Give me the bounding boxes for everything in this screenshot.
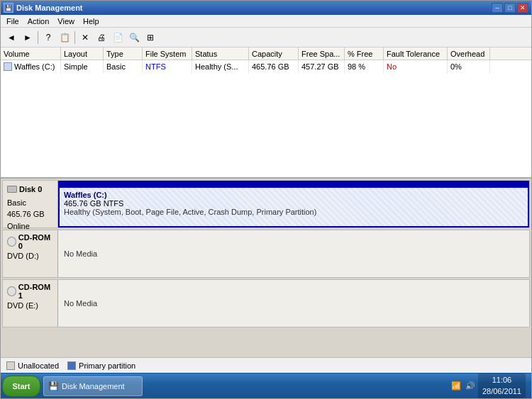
cdrom-0-label: CD-ROM 0 DVD (D:)	[3, 230, 58, 277]
table-row[interactable]: Waffles (C:) Simple Basic NTFS Healthy (…	[1, 60, 531, 73]
cdrom-0-content: No Media	[58, 230, 529, 277]
td-volume: Waffles (C:)	[1, 60, 61, 73]
cdrom-1-label: CD-ROM 1 DVD (E:)	[3, 280, 58, 327]
title-bar-left: 💾 Disk Management	[4, 3, 83, 13]
export-button[interactable]: 📄	[110, 30, 126, 45]
td-pctfree: 98 %	[345, 60, 384, 73]
menu-view[interactable]: View	[53, 16, 79, 26]
legend-unallocated: Unallocated	[6, 361, 59, 370]
td-status: Healthy (S...	[192, 60, 249, 73]
refresh-button[interactable]: 🖨	[94, 30, 109, 45]
forward-button[interactable]: ►	[20, 30, 35, 45]
main-content: Volume Layout Type File System Status Ca…	[1, 47, 531, 373]
toolbar-separator-1	[38, 31, 38, 44]
disk-0-row: Disk 0 Basic 465.76 GB Online Waffles (C…	[2, 180, 530, 228]
disk-0-label: Disk 0 Basic 465.76 GB Online	[3, 181, 58, 227]
menu-file[interactable]: File	[2, 16, 23, 26]
th-pctfree[interactable]: % Free	[345, 47, 384, 60]
legend-unallocated-box	[6, 361, 15, 370]
cdrom-0-row: CD-ROM 0 DVD (D:) No Media	[2, 230, 530, 278]
td-capacity: 465.76 GB	[249, 60, 299, 73]
properties-button[interactable]: 📋	[57, 30, 72, 45]
minimize-button[interactable]: –	[492, 3, 503, 13]
th-status[interactable]: Status	[192, 47, 249, 60]
title-bar: 💾 Disk Management – □ ✕	[1, 1, 531, 15]
network-icon: 📶	[450, 381, 462, 391]
volume-icon: 🔊	[464, 381, 477, 391]
legend-primary-box	[67, 361, 76, 370]
th-overhead[interactable]: Overhead	[448, 47, 490, 60]
taskbar: Start 💾 Disk Management 📶 🔊 11:06 28/06/…	[1, 373, 531, 398]
menu-bar: File Action View Help	[1, 15, 531, 28]
zoom-in-button[interactable]: 🔍	[126, 30, 142, 45]
help-toolbar-button[interactable]: ?	[40, 30, 56, 45]
cdrom1-icon	[7, 286, 16, 296]
td-overhead: 0%	[448, 60, 490, 73]
td-filesystem: NTFS	[143, 60, 192, 73]
menu-action[interactable]: Action	[23, 16, 54, 26]
th-capacity[interactable]: Capacity	[249, 47, 299, 60]
td-layout: Simple	[61, 60, 104, 73]
taskbar-items: 💾 Disk Management	[43, 376, 445, 396]
clock-time: 11:06	[482, 375, 521, 386]
disk-0-partition[interactable]: Waffles (C:) 465.76 GB NTFS Healthy (Sys…	[58, 186, 529, 227]
delete-button[interactable]: ✕	[77, 30, 93, 45]
window-title: Disk Management	[16, 4, 83, 12]
disk-map-panel: Disk 0 Basic 465.76 GB Online Waffles (C…	[1, 179, 531, 357]
th-volume[interactable]: Volume	[1, 47, 61, 60]
cdrom-icon	[7, 237, 16, 247]
volume-icon	[4, 62, 12, 71]
th-type[interactable]: Type	[104, 47, 143, 60]
taskbar-item-disk-management[interactable]: 💾 Disk Management	[43, 376, 143, 396]
maximize-button[interactable]: □	[504, 3, 516, 13]
main-window: 💾 Disk Management – □ ✕ File Action View…	[0, 0, 532, 399]
legend-primary: Primary partition	[67, 361, 135, 370]
menu-help[interactable]: Help	[79, 16, 104, 26]
th-fault-tolerance[interactable]: Fault Tolerance	[384, 47, 448, 60]
systray: 📶 🔊	[450, 381, 477, 391]
td-type: Basic	[104, 60, 143, 73]
close-button[interactable]: ✕	[517, 3, 528, 13]
taskbar-right: 📶 🔊 11:06 28/06/2011	[445, 373, 530, 398]
th-filesystem[interactable]: File System	[143, 47, 192, 60]
start-button[interactable]: Start	[2, 376, 40, 397]
table-body: Waffles (C:) Simple Basic NTFS Healthy (…	[1, 60, 531, 177]
disk-0-bar	[58, 181, 529, 186]
th-layout[interactable]: Layout	[61, 47, 104, 60]
disk-icon	[7, 186, 17, 193]
disk-0-content: Waffles (C:) 465.76 GB NTFS Healthy (Sys…	[58, 181, 529, 227]
toolbar-separator-2	[74, 31, 75, 44]
table-header: Volume Layout Type File System Status Ca…	[1, 47, 531, 60]
zoom-out-button[interactable]: ⊞	[143, 30, 158, 45]
cdrom-1-row: CD-ROM 1 DVD (E:) No Media	[2, 279, 530, 327]
toolbar: ◄ ► ? 📋 ✕ 🖨 📄 🔍 ⊞	[1, 28, 531, 47]
title-buttons: – □ ✕	[492, 3, 528, 13]
clock[interactable]: 11:06 28/06/2011	[478, 373, 526, 398]
cdrom-1-content: No Media	[58, 280, 529, 327]
td-fault: No	[384, 60, 448, 73]
back-button[interactable]: ◄	[4, 30, 19, 45]
volume-list-panel: Volume Layout Type File System Status Ca…	[1, 47, 531, 179]
td-freespace: 457.27 GB	[299, 60, 345, 73]
clock-date: 28/06/2011	[482, 386, 521, 397]
legend-bar: Unallocated Primary partition	[1, 357, 531, 373]
th-freespace[interactable]: Free Spa...	[299, 47, 345, 60]
app-icon: 💾	[4, 3, 13, 13]
